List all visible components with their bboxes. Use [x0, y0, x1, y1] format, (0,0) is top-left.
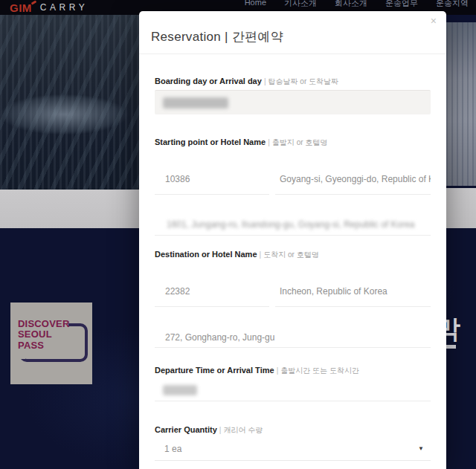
hero-photo-right-strip	[446, 22, 476, 186]
nav-item-company-intro[interactable]: 회사소개	[335, 0, 367, 9]
starting-point-label-en: Starting point or Hotel Name	[155, 138, 266, 146]
carrier-quantity-select[interactable]: 1 ea ▼	[155, 437, 431, 461]
carrier-quantity-label-en: Carrier Quantity	[155, 425, 217, 434]
departure-time-input[interactable]	[155, 379, 431, 401]
main-nav: Home 기사소개 회사소개 운송업무 운송지역	[245, 0, 469, 9]
label-separator: |	[264, 77, 266, 85]
destination-label-ko: 도착지 or 호텔명	[263, 250, 318, 259]
discover-seoul-pass-logo: DISCOVER SEOUL PASS	[10, 303, 92, 384]
boarding-day-label-ko: 탑승날짜 or 도착날짜	[268, 77, 338, 85]
seoul-pass-wordmark: DISCOVER SEOUL PASS	[18, 319, 70, 351]
carrier-quantity-label: Carrier Quantity | 캐리어 수량	[155, 425, 431, 436]
label-separator: |	[260, 250, 262, 259]
departure-time-label-ko: 출발시간 또는 도착시간	[280, 366, 359, 375]
page: GIM CARRY Home 기사소개 회사소개 운송업무 운송지역 DISCO…	[0, 0, 476, 469]
seoul-pass-line3: PASS	[18, 340, 70, 351]
destination-address-input[interactable]: 272, Gonghang-ro, Jung-gu	[155, 317, 431, 348]
nav-item-driver-intro[interactable]: 기사소개	[284, 0, 317, 9]
redacted-date-value	[163, 97, 228, 109]
starting-address-input[interactable]: 1601, Jungang-ro, Ilsandong-gu, Goyang-s…	[155, 206, 431, 236]
departure-time-label: Departure Time or Arrival Time | 출발시간 또는…	[155, 366, 431, 376]
boarding-day-label-en: Boarding day or Arrival day	[155, 77, 262, 85]
label-separator: |	[219, 426, 222, 434]
reservation-modal: × Reservation | 간편예약 Boarding day or Arr…	[139, 11, 446, 469]
redacted-time-value	[163, 385, 197, 395]
carrier-quantity-value: 1 ea	[164, 444, 181, 454]
destination-region-input[interactable]: Incheon, Republic of Korea	[275, 272, 431, 307]
seoul-pass-line1: DISCOVER	[18, 319, 70, 329]
redacted-address-value: 1601, Jungang-ro, Ilsandong-gu, Goyang-s…	[167, 219, 415, 230]
label-separator: |	[277, 366, 279, 375]
starting-postal-code-input[interactable]: 10386	[155, 160, 269, 195]
seoul-pass-line2: SEOUL	[18, 329, 70, 340]
nav-item-service-area[interactable]: 운송지역	[436, 0, 469, 9]
starting-region-input[interactable]: Goyang-si, Gyeonggi-do, Republic of Kore…	[275, 160, 431, 195]
airport-aerial-photo	[0, 15, 139, 190]
brand-logo[interactable]: GIM CARRY	[10, 0, 88, 15]
boarding-day-input[interactable]	[155, 90, 431, 114]
boarding-day-label: Boarding day or Arrival day | 탑승날짜 or 도착…	[155, 77, 431, 87]
close-icon[interactable]: ×	[431, 16, 437, 26]
destination-postal-code-input[interactable]: 22382	[155, 272, 269, 307]
chevron-down-icon: ▼	[418, 445, 424, 452]
nav-item-home[interactable]: Home	[245, 0, 266, 9]
departure-time-label-en: Departure Time or Arrival Time	[155, 366, 274, 375]
destination-label: Destination or Hotel Name | 도착지 or 호텔명	[155, 250, 431, 260]
label-separator: |	[268, 138, 270, 146]
brand-logo-primary: GIM	[10, 1, 32, 14]
brand-logo-secondary: CARRY	[40, 2, 88, 13]
destination-row: 22382 Incheon, Republic of Korea	[155, 272, 431, 307]
starting-point-row: 10386 Goyang-si, Gyeonggi-do, Republic o…	[155, 160, 431, 195]
modal-title: Reservation | 간편예약	[151, 28, 283, 45]
starting-point-label: Starting point or Hotel Name | 출발지 or 호텔…	[155, 138, 431, 148]
modal-divider	[139, 54, 446, 54]
background-subtext-partial	[446, 345, 456, 349]
starting-point-label-ko: 출발지 or 호텔명	[272, 138, 327, 146]
destination-label-en: Destination or Hotel Name	[155, 250, 257, 259]
nav-item-transport-service[interactable]: 운송업무	[385, 0, 418, 9]
carrier-quantity-label-ko: 캐리어 수량	[223, 426, 263, 434]
